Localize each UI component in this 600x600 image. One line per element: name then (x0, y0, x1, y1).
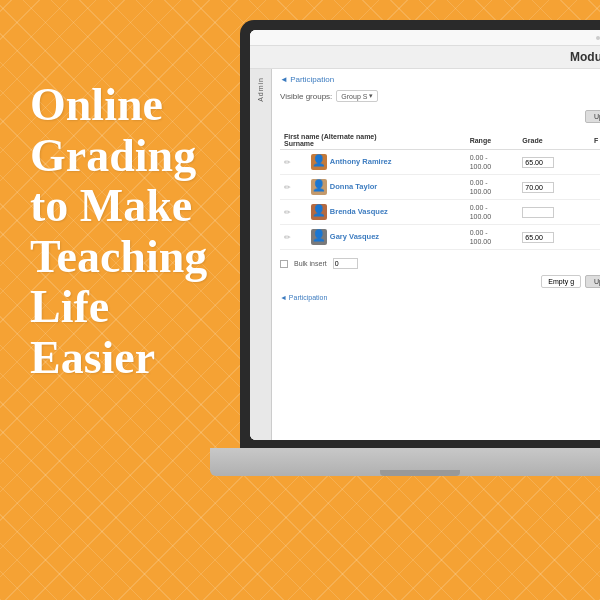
student-name-cell: 👤Gary Vasquez (307, 225, 466, 250)
grade-cell[interactable] (518, 225, 590, 250)
headline-line6: Easier (30, 332, 155, 383)
bulk-insert-row: Bulk insert (280, 258, 600, 269)
footer-row: Empty g Up (280, 275, 600, 288)
grade-table: First name (Alternate name)Surname Range… (280, 131, 600, 250)
table-row: ✏👤Donna Taylor0.00 -100.00 (280, 175, 600, 200)
breadcrumb-bottom[interactable]: ◄ Participation (280, 294, 600, 301)
student-name-text[interactable]: Anthony Ramirez (330, 157, 392, 166)
edit-icon[interactable]: ✏ (280, 150, 307, 175)
student-name-cell: 👤Brenda Vasquez (307, 200, 466, 225)
grade-input[interactable] (522, 207, 554, 218)
student-name-text[interactable]: Gary Vasquez (330, 232, 379, 241)
headline-line2: Grading (30, 130, 196, 181)
student-avatar: 👤 (311, 229, 327, 245)
table-row: ✏👤Anthony Ramirez0.00 -100.00 (280, 150, 600, 175)
sidebar-label: Admin (257, 77, 264, 102)
table-row: ✏👤Gary Vasquez0.00 -100.00 (280, 225, 600, 250)
student-avatar: 👤 (311, 204, 327, 220)
student-avatar: 👤 (311, 179, 327, 195)
module-title: Module (250, 46, 600, 69)
student-name-cell: 👤Anthony Ramirez (307, 150, 466, 175)
top-bar (250, 30, 600, 46)
hero-text: Online Grading to Make Teaching Life Eas… (30, 80, 230, 384)
update-button-top[interactable]: Up (585, 110, 600, 123)
bulk-insert-input[interactable] (333, 258, 358, 269)
main-area: ◄ Participation Visible groups: Group S … (272, 69, 600, 440)
f-cell (590, 150, 600, 175)
sidebar: Admin (250, 69, 272, 440)
student-name-text[interactable]: Donna Taylor (330, 182, 377, 191)
visible-groups-label: Visible groups: (280, 92, 332, 101)
col-header-f: F (590, 131, 600, 150)
grade-cell[interactable] (518, 150, 590, 175)
laptop-screen: Module Admin ◄ Participation (250, 30, 600, 440)
table-row: ✏👤Brenda Vasquez0.00 -100.00 (280, 200, 600, 225)
chevron-down-icon: ▾ (369, 92, 373, 100)
empty-grade-button[interactable]: Empty g (541, 275, 581, 288)
grade-input[interactable] (522, 232, 554, 243)
breadcrumb-bottom-link[interactable]: ◄ Participation (280, 294, 327, 301)
laptop-base (210, 448, 600, 476)
student-name-text[interactable]: Brenda Vasquez (330, 207, 388, 216)
laptop: Module Admin ◄ Participation (210, 20, 600, 580)
grade-cell[interactable] (518, 175, 590, 200)
f-cell (590, 175, 600, 200)
laptop-screen-bezel: Module Admin ◄ Participation (240, 20, 600, 450)
headline-line4: Teaching (30, 231, 207, 282)
range-cell: 0.00 -100.00 (466, 200, 519, 225)
group-select[interactable]: Group S ▾ (336, 90, 378, 102)
student-name-cell: 👤Donna Taylor (307, 175, 466, 200)
headline-line5: Life (30, 281, 109, 332)
grade-cell[interactable] (518, 200, 590, 225)
f-cell (590, 225, 600, 250)
edit-icon[interactable]: ✏ (280, 225, 307, 250)
bulk-insert-label: Bulk insert (294, 260, 327, 267)
student-avatar: 👤 (311, 154, 327, 170)
col-header-grade: Grade (518, 131, 590, 150)
group-select-value: Group S (341, 93, 367, 100)
range-cell: 0.00 -100.00 (466, 175, 519, 200)
visible-groups-row: Visible groups: Group S ▾ (280, 90, 600, 102)
breadcrumb-top[interactable]: ◄ Participation (280, 75, 600, 84)
edit-icon[interactable]: ✏ (280, 200, 307, 225)
bulk-checkbox[interactable] (280, 260, 288, 268)
grade-input[interactable] (522, 182, 554, 193)
headline-line3: to Make (30, 180, 192, 231)
headline-line1: Online (30, 79, 163, 130)
breadcrumb-link[interactable]: ◄ Participation (280, 75, 334, 84)
dot-1 (596, 36, 600, 40)
grade-input[interactable] (522, 157, 554, 168)
f-cell (590, 200, 600, 225)
window-controls (596, 36, 600, 40)
range-cell: 0.00 -100.00 (466, 150, 519, 175)
col-header-range: Range (466, 131, 519, 150)
update-button-bottom[interactable]: Up (585, 275, 600, 288)
edit-icon[interactable]: ✏ (280, 175, 307, 200)
range-cell: 0.00 -100.00 (466, 225, 519, 250)
screen-content: Module Admin ◄ Participation (250, 30, 600, 440)
screen-layout: Admin ◄ Participation Visible groups: Gr (250, 69, 600, 440)
hero-headline: Online Grading to Make Teaching Life Eas… (30, 80, 230, 384)
col-header-name: First name (Alternate name)Surname (280, 131, 466, 150)
